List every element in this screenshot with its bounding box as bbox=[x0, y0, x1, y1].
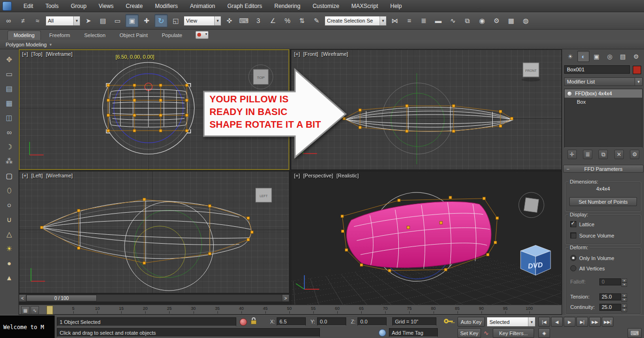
render-setup-icon[interactable]: ⚙ bbox=[490, 14, 503, 27]
ribbon-tab[interactable]: Selection bbox=[78, 31, 111, 40]
viewcube-perspective[interactable] bbox=[524, 198, 539, 213]
motion-tab[interactable]: ◎ bbox=[604, 51, 616, 62]
x-coordinate-field[interactable]: 6.5 bbox=[277, 317, 306, 326]
open-mini-track-icon[interactable] bbox=[21, 306, 30, 315]
cone-icon[interactable]: △ bbox=[3, 229, 16, 239]
menu-item[interactable]: Customize bbox=[306, 0, 345, 12]
track-bar[interactable]: 0510152025303540455055606570758085909510… bbox=[19, 305, 562, 315]
set-keys-icon[interactable] bbox=[443, 317, 454, 326]
layer-stack-icon[interactable]: ▤ bbox=[3, 83, 16, 94]
object-name-field[interactable]: Box001 bbox=[564, 65, 630, 74]
moon-icon[interactable]: ☽ bbox=[3, 141, 16, 152]
show-end-result-icon[interactable]: ≣ bbox=[583, 150, 592, 159]
stack-item-ffd[interactable]: FFD(box) 4x4x4 bbox=[565, 89, 642, 98]
viewport-pov-label[interactable]: [Front] bbox=[303, 51, 318, 57]
spheres-icon[interactable]: ∞ bbox=[3, 127, 16, 138]
configure-modifier-sets-icon[interactable]: ⚙ bbox=[630, 150, 639, 159]
sun-icon[interactable]: ☀ bbox=[3, 243, 16, 254]
auto-key-button[interactable]: Auto Key bbox=[458, 317, 485, 327]
stack-item-box[interactable]: Box bbox=[565, 98, 642, 106]
viewcube-left[interactable]: LEFT bbox=[260, 194, 268, 198]
viewport-left[interactable]: [+] [Left] [Wireframe] bbox=[19, 171, 289, 293]
play-button[interactable]: ▶ bbox=[564, 317, 575, 327]
viewcube-front[interactable]: FRONT bbox=[525, 69, 537, 72]
selection-filter-dropdown[interactable]: All bbox=[46, 16, 80, 26]
menu-item[interactable]: Animation bbox=[184, 0, 221, 12]
menu-item[interactable]: Tools bbox=[39, 0, 65, 12]
snap-toggle-icon[interactable]: 3 bbox=[252, 14, 265, 27]
cup-icon[interactable]: ∪ bbox=[3, 214, 16, 225]
menu-item[interactable]: Group bbox=[65, 0, 93, 12]
pan-hand-icon[interactable]: ✥ bbox=[3, 54, 16, 65]
isolate-selection-icon[interactable] bbox=[240, 318, 247, 326]
menu-item[interactable]: Help bbox=[384, 0, 408, 12]
menu-item[interactable]: MAXScript bbox=[345, 0, 384, 12]
set-key-button[interactable]: Set Key bbox=[458, 328, 481, 338]
key-filters-button[interactable]: Key Filters... bbox=[493, 328, 534, 338]
grid-helper-icon[interactable]: ▦ bbox=[3, 98, 16, 108]
viewport-pov-label[interactable]: [Top] bbox=[31, 51, 43, 57]
keyboard-override-icon[interactable]: ⌨ bbox=[237, 14, 250, 27]
layer-manager-icon[interactable]: ≣ bbox=[417, 14, 430, 27]
lattice-checkbox[interactable] bbox=[570, 221, 576, 227]
make-unique-icon[interactable]: ⧉ bbox=[598, 150, 608, 159]
utilities-tab[interactable]: ⚙ bbox=[630, 51, 642, 62]
next-frame-arrow[interactable]: > bbox=[282, 295, 289, 301]
key-mode-toggle-button[interactable]: ◈ bbox=[538, 328, 550, 338]
create-tab[interactable]: ☀ bbox=[564, 51, 576, 62]
next-frame-button[interactable]: ▶| bbox=[576, 317, 588, 327]
falloff-spinner[interactable]: ▴▾ bbox=[621, 278, 627, 285]
modify-tab[interactable]: ◐ bbox=[577, 51, 590, 62]
menu-item[interactable]: Graph Editors bbox=[221, 0, 268, 12]
rendered-frame-icon[interactable]: ▦ bbox=[504, 14, 518, 27]
select-region-icon[interactable]: ▭ bbox=[3, 69, 16, 79]
bind-to-spacewarp-icon[interactable]: ≈ bbox=[31, 14, 44, 27]
ribbon-tab[interactable]: Freeform bbox=[44, 31, 76, 40]
object-color-swatch[interactable] bbox=[633, 66, 641, 74]
angle-snap-icon[interactable]: ∠ bbox=[266, 14, 279, 27]
select-object-icon[interactable]: ➤ bbox=[82, 14, 95, 27]
ribbon-config-icon[interactable] bbox=[195, 31, 209, 39]
graphite-ribbon-icon[interactable]: ▬ bbox=[432, 14, 445, 27]
align-icon[interactable]: ≡ bbox=[403, 14, 416, 27]
source-volume-checkbox[interactable] bbox=[570, 232, 576, 238]
previous-frame-arrow[interactable]: < bbox=[19, 295, 26, 301]
add-time-tag-field[interactable]: Add Time Tag bbox=[389, 328, 438, 337]
viewport-shading-label[interactable]: [Wireframe] bbox=[46, 51, 72, 57]
go-to-start-button[interactable]: |◀ bbox=[538, 317, 550, 327]
plane-icon[interactable]: ▢ bbox=[3, 170, 16, 181]
select-and-link-icon[interactable]: ∞ bbox=[2, 14, 15, 27]
ribbon-tab[interactable]: Object Paint bbox=[114, 31, 154, 40]
polygon-modeling-strip[interactable]: Polygon Modeling bbox=[0, 40, 644, 49]
visibility-bulb-icon[interactable] bbox=[567, 91, 572, 96]
time-slider-handle[interactable]: 0 / 100 bbox=[26, 295, 97, 301]
sphere-icon[interactable]: ● bbox=[3, 258, 16, 269]
select-and-rotate-icon[interactable]: ↻ bbox=[155, 14, 168, 27]
viewport-perspective[interactable]: [+] [Perspective] [Realistic] bbox=[291, 171, 562, 305]
track-bar-slider[interactable] bbox=[47, 306, 53, 315]
previous-frame-button[interactable]: ◀ bbox=[551, 317, 563, 327]
default-tangents-icon[interactable] bbox=[482, 328, 490, 338]
circle-icon[interactable]: ○ bbox=[3, 200, 16, 210]
viewport-pov-label[interactable]: [Perspective] bbox=[303, 173, 334, 178]
viewport-menu-icon[interactable]: [+] bbox=[294, 173, 300, 178]
ffd-parameters-rollout[interactable]: FFD Parameters bbox=[563, 165, 644, 173]
window-crossing-icon[interactable]: ▣ bbox=[125, 14, 139, 27]
pin-stack-icon[interactable]: ✛ bbox=[567, 150, 577, 159]
select-and-scale-icon[interactable]: ◱ bbox=[169, 14, 182, 27]
lock-selection-icon[interactable] bbox=[250, 317, 257, 325]
continuity-field[interactable]: 25.0 bbox=[599, 304, 621, 311]
time-slider-groove[interactable] bbox=[97, 295, 282, 301]
viewport-menu-icon[interactable]: [+] bbox=[22, 173, 28, 178]
welcome-window[interactable]: Welcome to M bbox=[0, 315, 55, 338]
tension-field[interactable]: 25.0 bbox=[599, 293, 621, 300]
container-icon[interactable]: ◫ bbox=[3, 112, 16, 123]
key-mode-dropdown[interactable]: Selected bbox=[487, 317, 535, 327]
go-to-end-button[interactable]: ▶▶ bbox=[589, 317, 601, 327]
modifier-list-dropdown[interactable]: Modifier List bbox=[564, 77, 643, 86]
continuity-spinner[interactable]: ▴▾ bbox=[621, 304, 627, 311]
remove-modifier-icon[interactable]: ✕ bbox=[614, 150, 624, 159]
only-in-volume-radio[interactable] bbox=[570, 255, 576, 261]
pyramid-icon[interactable]: ▲ bbox=[3, 272, 16, 283]
menu-item[interactable]: Views bbox=[93, 0, 120, 12]
